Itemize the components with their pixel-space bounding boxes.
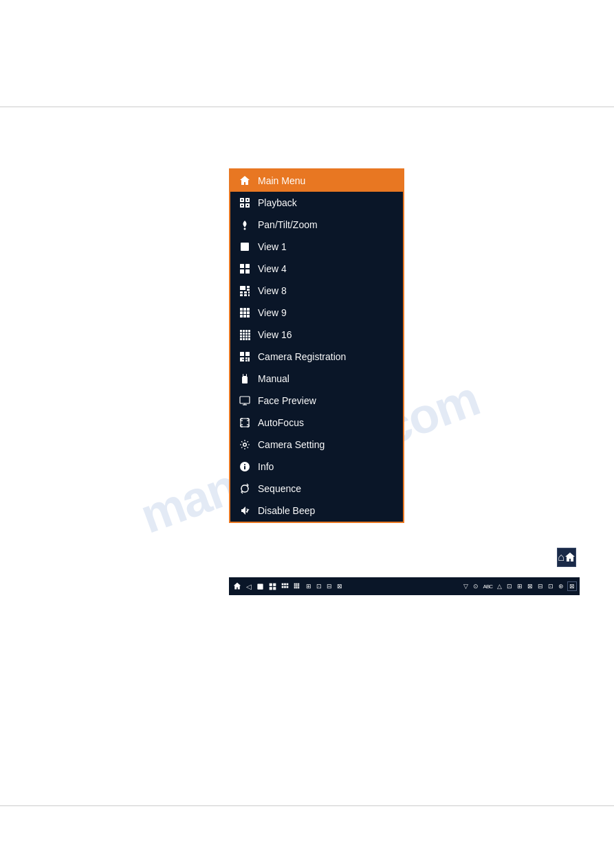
- svg-rect-96: [294, 587, 296, 588]
- menu-item-view8-label: View 8: [258, 285, 287, 296]
- svg-rect-89: [287, 586, 289, 588]
- menu-item-view4-label: View 4: [258, 263, 287, 274]
- svg-rect-40: [240, 335, 242, 337]
- toolbar-seq-icon[interactable]: ⊟: [325, 583, 333, 590]
- svg-rect-86: [287, 583, 289, 585]
- svg-rect-97: [296, 587, 297, 588]
- svg-rect-36: [240, 333, 242, 335]
- menu-item-manual-label: Manual: [258, 373, 289, 384]
- menu-item-camera-registration[interactable]: Camera Registration: [230, 346, 403, 368]
- svg-rect-48: [240, 352, 244, 356]
- svg-rect-24: [243, 308, 246, 311]
- home-button[interactable]: [557, 548, 576, 567]
- main-menu-container: Main Menu Playback Pan/Tilt/Zoom: [229, 168, 404, 523]
- toolbar-view16-icon[interactable]: ⊞: [305, 583, 313, 590]
- camera-setting-icon: [239, 438, 251, 451]
- menu-item-main-menu[interactable]: Main Menu: [230, 170, 403, 192]
- svg-rect-88: [284, 586, 286, 588]
- menu-item-view16-label: View 16: [258, 329, 292, 340]
- menu-item-view8[interactable]: View 8: [230, 280, 403, 302]
- toolbar-sd-icon[interactable]: ⊠: [526, 583, 534, 590]
- ptz-icon: [239, 219, 251, 231]
- svg-rect-21: [248, 291, 250, 293]
- toolbar-face-icon[interactable]: ⊡: [315, 583, 323, 590]
- svg-rect-7: [247, 205, 248, 206]
- view16-icon: [239, 329, 251, 341]
- home-btn-icon: [564, 552, 575, 563]
- svg-rect-49: [245, 352, 250, 356]
- svg-rect-56: [243, 374, 246, 376]
- toolbar-wifi-icon[interactable]: ▽: [462, 583, 470, 590]
- menu-item-view4[interactable]: View 4: [230, 258, 403, 280]
- toolbar-rec-icon[interactable]: ⊡: [505, 583, 514, 590]
- view9-icon: [239, 307, 251, 319]
- svg-rect-28: [247, 311, 250, 314]
- svg-point-8: [244, 228, 246, 230]
- svg-rect-23: [240, 308, 243, 311]
- svg-rect-34: [245, 330, 248, 332]
- svg-rect-84: [282, 583, 284, 585]
- svg-rect-33: [243, 330, 245, 332]
- svg-rect-77: [244, 466, 245, 469]
- svg-rect-60: [241, 419, 249, 427]
- svg-rect-29: [240, 315, 243, 318]
- face-preview-icon: [239, 394, 251, 407]
- menu-item-view16[interactable]: View 16: [230, 324, 403, 346]
- toolbar-view4-icon[interactable]: [267, 583, 278, 590]
- svg-rect-17: [240, 291, 243, 293]
- toolbar-cam-icon[interactable]: ⊙: [472, 583, 480, 590]
- toolbar-net-icon[interactable]: ⊛: [557, 583, 565, 590]
- svg-rect-31: [247, 315, 250, 318]
- menu-item-camera-registration-label: Camera Registration: [258, 351, 346, 362]
- view8-icon: [239, 285, 251, 297]
- toolbar-home-icon[interactable]: [232, 582, 243, 590]
- svg-rect-85: [284, 583, 286, 585]
- menu-item-pan-tilt-zoom[interactable]: Pan/Tilt/Zoom: [230, 214, 403, 236]
- autofocus-icon: [239, 416, 251, 429]
- menu-item-playback-label: Playback: [258, 197, 297, 208]
- toolbar-prev-icon[interactable]: ◁: [245, 583, 253, 590]
- svg-rect-27: [243, 311, 246, 314]
- menu-item-view9[interactable]: View 9: [230, 302, 403, 324]
- svg-rect-82: [270, 587, 272, 590]
- menu-item-info[interactable]: Info: [230, 456, 403, 478]
- svg-rect-55: [242, 377, 248, 383]
- toolbar-abc-icon[interactable]: ABC: [482, 583, 494, 590]
- toolbar-ptz-icon[interactable]: ⊞: [516, 583, 524, 590]
- svg-rect-94: [296, 585, 297, 586]
- svg-rect-91: [296, 583, 297, 584]
- svg-rect-45: [243, 338, 245, 340]
- menu-item-sequence[interactable]: Sequence: [230, 478, 403, 500]
- toolbar-view9-icon[interactable]: [292, 583, 303, 590]
- menu-item-playback[interactable]: Playback: [230, 192, 403, 214]
- toolbar-menu-icon[interactable]: ⊠: [567, 581, 577, 591]
- toolbar-view8-icon[interactable]: [280, 583, 290, 590]
- svg-rect-38: [245, 333, 248, 335]
- menu-item-manual[interactable]: Manual: [230, 368, 403, 390]
- menu-item-info-label: Info: [258, 461, 274, 472]
- svg-rect-25: [247, 308, 250, 311]
- bottom-divider: [0, 805, 614, 806]
- toolbar-usb-icon[interactable]: ⊡: [547, 583, 555, 590]
- menu-item-main-menu-label: Main Menu: [258, 175, 305, 186]
- svg-rect-15: [247, 286, 250, 288]
- menu-item-autofocus[interactable]: AutoFocus: [230, 412, 403, 434]
- disable-beep-icon: [239, 504, 251, 517]
- svg-rect-35: [248, 330, 250, 332]
- menu-item-camera-setting[interactable]: Camera Setting: [230, 434, 403, 456]
- svg-rect-14: [240, 286, 245, 290]
- menu-item-view1[interactable]: View 1: [230, 236, 403, 258]
- menu-item-autofocus-label: AutoFocus: [258, 417, 304, 428]
- toolbar-extra-icon[interactable]: ⊠: [336, 583, 344, 590]
- svg-rect-4: [241, 199, 243, 201]
- svg-rect-19: [244, 291, 247, 293]
- svg-rect-13: [245, 269, 250, 274]
- toolbar-lock-icon[interactable]: ⊟: [536, 583, 545, 590]
- svg-rect-9: [241, 243, 249, 251]
- info-icon: [239, 460, 251, 473]
- menu-item-disable-beep[interactable]: Disable Beep: [230, 500, 403, 522]
- toolbar-alert-icon[interactable]: △: [496, 583, 503, 590]
- menu-item-face-preview[interactable]: Face Preview: [230, 390, 403, 412]
- toolbar-view1-icon[interactable]: [255, 583, 265, 590]
- svg-rect-22: [248, 294, 250, 296]
